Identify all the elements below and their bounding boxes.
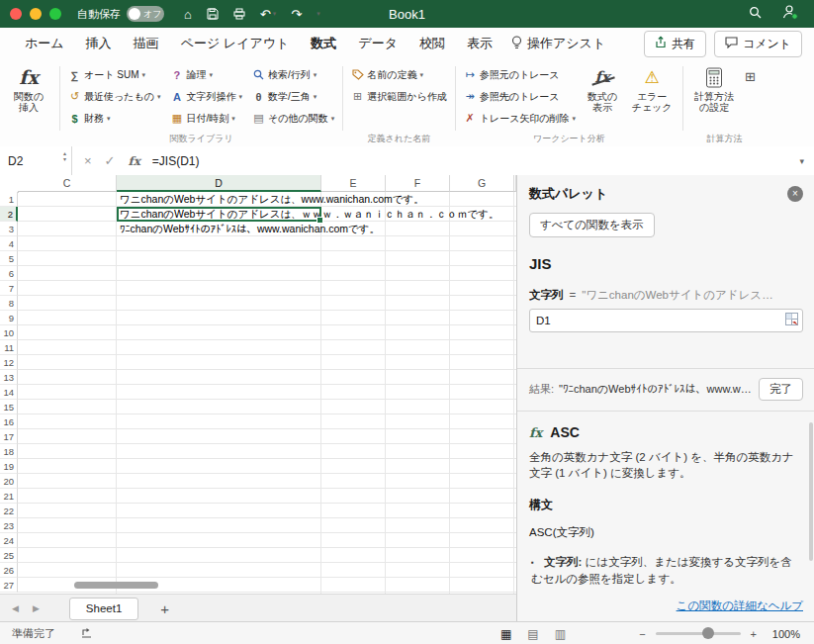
row-header-1[interactable]: 1 [0,192,18,207]
done-button[interactable]: 完了 [759,378,803,401]
page-layout-view-icon[interactable]: ▤ [527,627,538,641]
column-header-E[interactable]: E [321,175,386,192]
fill-handle[interactable] [317,217,323,224]
row-header-16[interactable]: 16 [0,414,18,429]
name-box-stepper[interactable]: ▴▾ [63,150,66,162]
zoom-slider-knob[interactable] [702,627,714,639]
create-from-selection-button[interactable]: ⊞選択範囲から作成 [349,87,448,106]
insert-function-icon[interactable]: fx [129,153,140,168]
column-header-C[interactable]: C [18,175,117,192]
page-break-view-icon[interactable]: ▥ [555,627,566,641]
financial-button[interactable]: $財務▾ [66,109,162,128]
row-header-10[interactable]: 10 [0,325,18,340]
trace-precedents-button[interactable]: ↦参照元のトレース [462,65,578,84]
error-checking-button[interactable]: ⚠エラーチェック [627,61,677,113]
print-icon[interactable] [233,8,245,20]
add-sheet-button[interactable]: + [160,600,169,617]
customize-toolbar-chevron-icon[interactable]: ▾ [317,10,320,18]
autosave-control[interactable]: 自動保存 オフ [77,6,164,22]
row-header-17[interactable]: 17 [0,429,18,444]
insert-function-button[interactable]: fx 関数の 挿入 [4,61,53,113]
tab-draw[interactable]: 描画 [123,30,170,57]
row-header-5[interactable]: 5 [0,251,18,266]
minimize-window-button[interactable] [30,8,42,20]
row-header-4[interactable]: 4 [0,236,18,251]
close-window-button[interactable] [10,8,22,20]
select-all-corner[interactable] [0,175,19,193]
enter-icon[interactable]: ✓ [105,153,116,168]
column-header-D[interactable]: D [117,175,321,192]
row-header-12[interactable]: 12 [0,355,18,370]
tab-home[interactable]: ホーム [14,30,75,57]
close-panel-icon[interactable]: × [787,186,803,202]
zoom-window-button[interactable] [49,8,61,20]
cells-area[interactable]: ワニchanのWebサイトのアドレスは、www.wanichan.comです。ワ… [18,192,516,594]
tab-page-layout[interactable]: ページ レイアウト [170,30,301,57]
search-icon[interactable] [749,5,762,23]
autosave-toggle[interactable]: オフ [127,6,164,22]
row-header-15[interactable]: 15 [0,400,18,414]
function-help-link[interactable]: この関数の詳細なヘルプ [677,598,803,613]
save-icon[interactable] [207,8,219,20]
name-box[interactable]: D2 ▴▾ [0,146,72,175]
row-header-8[interactable]: 8 [0,296,18,311]
zoom-out-icon[interactable]: − [639,628,645,640]
next-sheet-icon[interactable]: ▶ [33,603,40,613]
row-header-7[interactable]: 7 [0,281,18,296]
show-formulas-button[interactable]: fx数式の表示 [578,61,627,113]
row-header-21[interactable]: 21 [0,489,18,504]
tab-assist[interactable]: 操作アシスト [511,35,605,52]
row-header-13[interactable]: 13 [0,370,18,385]
cancel-icon[interactable]: × [84,153,92,168]
row-header-25[interactable]: 25 [0,548,18,563]
row-header-9[interactable]: 9 [0,311,18,325]
panel-scrollbar[interactable] [809,422,813,561]
tab-data[interactable]: データ [347,30,408,57]
row-header-22[interactable]: 22 [0,504,18,518]
autosum-button[interactable]: ∑オート SUM▾ [66,65,162,84]
calculation-options-button[interactable]: 計算方法 の設定 [689,61,739,113]
row-header-23[interactable]: 23 [0,518,18,533]
cell-D1[interactable]: ワニchanのWebサイトのアドレスは、www.wanichan.comです。 [120,192,424,207]
zoom-slider[interactable] [656,632,741,635]
undo-button[interactable]: ↶▾ [260,7,276,22]
tab-insert[interactable]: 挿入 [75,30,123,57]
date-time-button[interactable]: ▦日付/時刻▾ [168,109,244,128]
range-picker-icon[interactable] [785,312,798,329]
sheet-tab-sheet1[interactable]: Sheet1 [69,598,138,620]
tab-view[interactable]: 表示 [456,30,503,57]
account-avatar[interactable] [781,4,798,24]
comments-button[interactable]: コメント [714,31,802,57]
formula-bar-expand-icon[interactable]: ▾ [799,156,814,166]
calculate-sheet-button[interactable]: ⊞ [739,61,760,84]
column-header-F[interactable]: F [386,175,450,192]
cell-D3[interactable]: ﾜﾆchanのWebｻｲﾄのｱﾄﾞﾚｽは、www.wanichan.comです。 [120,222,380,236]
math-trig-button[interactable]: θ数学/三角▾ [250,87,336,106]
remove-arrows-button[interactable]: ✗トレース矢印の削除▾ [462,109,578,128]
row-header-2[interactable]: 2 [0,207,18,222]
row-header-14[interactable]: 14 [0,385,18,400]
share-button[interactable]: 共有 [644,31,706,57]
horizontal-scrollbar[interactable] [74,582,158,589]
recently-used-button[interactable]: ↺最近使ったもの▾ [66,87,162,106]
argument-input[interactable] [532,314,785,327]
text-button[interactable]: A文字列操作▾ [168,87,244,106]
row-header-24[interactable]: 24 [0,533,18,548]
trace-dependents-button[interactable]: ↠参照先のトレース [462,87,578,106]
lookup-reference-button[interactable]: 検索/行列▾ [250,65,336,84]
row-header-6[interactable]: 6 [0,266,18,281]
home-icon[interactable]: ⌂ [184,7,192,22]
logical-button[interactable]: ?論理▾ [168,65,244,84]
define-name-button[interactable]: 名前の定義▾ [349,65,448,84]
row-header-18[interactable]: 18 [0,444,18,459]
tab-review[interactable]: 校閲 [408,30,456,57]
column-header-G[interactable]: G [450,175,514,192]
row-header-27[interactable]: 27 [0,578,18,593]
row-header-11[interactable]: 11 [0,340,18,355]
show-all-functions-button[interactable]: すべての関数を表示 [529,213,655,237]
row-header-20[interactable]: 20 [0,474,18,489]
row-header-19[interactable]: 19 [0,459,18,474]
formula-input[interactable]: =JIS(D1) [152,154,200,168]
cell-D2[interactable]: ワニchanのWebサイトのアドレスは、ｗｗｗ．ｗａｎｉｃｈａｎ．ｃｏｍです。 [120,207,499,222]
previous-sheet-icon[interactable]: ◀ [12,603,19,613]
